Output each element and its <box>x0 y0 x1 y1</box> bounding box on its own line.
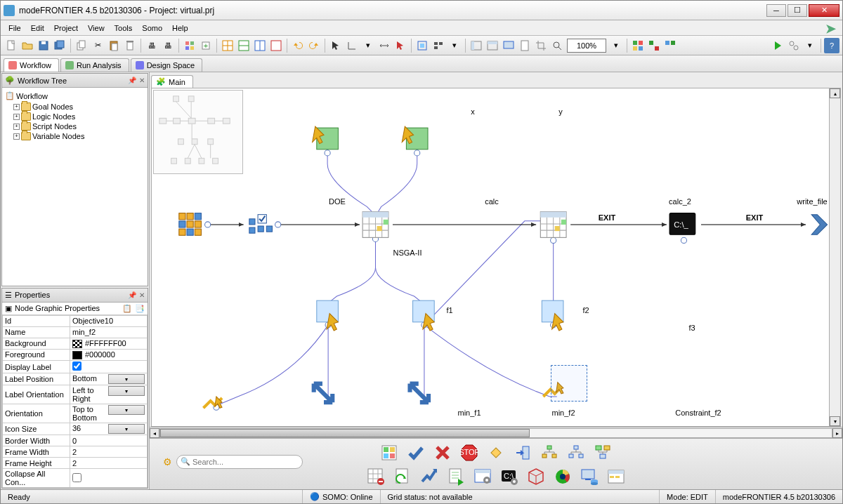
prop-orientation[interactable]: Top to Bottom▾ <box>70 404 148 423</box>
chevron-down-icon[interactable]: ▾ <box>108 424 145 434</box>
prop-name-value[interactable]: min_f2 <box>70 326 148 338</box>
grid-remove-icon[interactable] <box>365 467 386 486</box>
step-into-icon[interactable] <box>512 443 533 463</box>
settings-gear-icon[interactable]: ⚙ <box>163 456 172 467</box>
tree-variable-nodes[interactable]: +Variable Nodes <box>4 131 146 141</box>
palette3-icon[interactable] <box>662 38 678 53</box>
hierarchy3-icon[interactable] <box>592 443 613 463</box>
scroll-thumb[interactable] <box>160 429 530 437</box>
minimize-button[interactable]: ─ <box>766 4 786 17</box>
checkmark-blue-icon[interactable] <box>405 443 426 463</box>
hierarchy1-icon[interactable] <box>539 443 560 463</box>
grid-col-icon[interactable] <box>469 38 484 53</box>
chevron-down-icon[interactable]: ▾ <box>108 374 145 384</box>
zoom-input[interactable] <box>567 39 606 53</box>
table-red-icon[interactable] <box>268 38 284 53</box>
run-config-icon[interactable] <box>786 38 802 53</box>
zoom-icon[interactable] <box>549 38 565 53</box>
cube-red-icon[interactable] <box>525 467 547 486</box>
paste-icon[interactable] <box>106 38 122 53</box>
donut-chart-icon[interactable] <box>552 467 573 486</box>
menu-view[interactable]: View <box>83 22 110 34</box>
save-all-icon[interactable] <box>52 38 67 53</box>
prop-frame-width[interactable]: 2 <box>70 446 148 458</box>
redo-icon[interactable] <box>306 38 322 53</box>
tab-run-analysis[interactable]: Run Analysis <box>60 58 129 72</box>
doc-refresh-icon[interactable] <box>392 467 413 486</box>
window-toolbar-icon[interactable] <box>606 467 627 486</box>
chevron-down-icon[interactable]: ▾ <box>108 405 145 415</box>
print-layout-icon[interactable] <box>517 38 532 53</box>
prop-border-width[interactable]: 0 <box>70 435 148 446</box>
copy-icon[interactable] <box>74 38 89 53</box>
crop-icon[interactable] <box>533 38 549 53</box>
open-icon[interactable] <box>20 38 35 53</box>
tree-goal-nodes[interactable]: +Goal Nodes <box>4 102 146 112</box>
expander-icon[interactable]: + <box>13 133 20 140</box>
pointer-icon[interactable] <box>328 38 344 53</box>
save-icon[interactable] <box>36 38 51 53</box>
pin-icon[interactable]: 📌 <box>128 291 136 299</box>
scroll-up-icon[interactable]: ▴ <box>830 88 840 98</box>
prop-label-orientation[interactable]: Left to Right▾ <box>70 385 148 404</box>
hierarchy2-icon[interactable] <box>566 443 587 463</box>
help-icon[interactable]: ? <box>824 38 839 53</box>
vertical-scrollbar[interactable]: ▴ ▾ <box>829 88 840 426</box>
prop-frame-height[interactable]: 2 <box>70 458 148 469</box>
menu-help[interactable]: Help <box>167 22 193 34</box>
canvas-tab-main[interactable]: 🧩Main <box>151 75 193 88</box>
grid-move-icon[interactable] <box>414 38 430 53</box>
prop-label-position[interactable]: Bottom▾ <box>70 373 148 385</box>
prop-collapse-conn[interactable] <box>70 469 148 488</box>
collapse-conn-checkbox[interactable] <box>72 473 81 482</box>
menu-file[interactable]: File <box>4 22 26 34</box>
expander-icon[interactable]: + <box>13 124 20 130</box>
prop-id-value[interactable]: Objective10 <box>70 315 148 326</box>
tree-root[interactable]: 📋Workflow <box>4 91 146 102</box>
tree-script-nodes[interactable]: +Script Nodes <box>4 121 146 131</box>
panel-close-icon[interactable]: ✕ <box>139 291 145 299</box>
terminal-gear-icon[interactable]: C:\ <box>499 467 520 486</box>
canvas[interactable]: C:\_ x y DOE NSGA-II calc EXIT <box>151 88 841 427</box>
expander-icon[interactable]: + <box>13 114 20 120</box>
table-green-icon[interactable] <box>236 38 251 53</box>
axis-dd-icon[interactable]: ▾ <box>360 38 376 53</box>
diamond-icon[interactable] <box>485 443 507 463</box>
undo-icon[interactable] <box>290 38 306 53</box>
trend-arrow-icon[interactable] <box>419 467 440 486</box>
display-label-checkbox[interactable] <box>72 362 81 371</box>
expand-hz-icon[interactable] <box>377 38 392 53</box>
scroll-right-icon[interactable]: ▸ <box>832 428 842 438</box>
cut-icon[interactable]: ✂ <box>90 38 105 53</box>
node-add-icon[interactable]: + <box>198 38 214 53</box>
menu-tools[interactable]: Tools <box>110 22 138 34</box>
chevron-down-icon[interactable]: ▾ <box>108 386 145 396</box>
prop-icon-size[interactable]: 36▾ <box>70 423 148 435</box>
print-icon[interactable]: 🖶 <box>144 38 159 53</box>
zoom-dd-icon[interactable]: ▾ <box>608 38 624 53</box>
align-icon[interactable] <box>431 38 446 53</box>
prop-fg-value[interactable]: #000000 <box>70 349 148 360</box>
new-file-icon[interactable] <box>4 38 19 53</box>
maximize-button[interactable]: ☐ <box>788 4 807 17</box>
tree-logic-nodes[interactable]: +Logic Nodes <box>4 112 146 121</box>
panel-close-icon[interactable]: ✕ <box>139 77 145 84</box>
grid-row-icon[interactable] <box>485 38 500 53</box>
menu-project[interactable]: Project <box>49 22 83 34</box>
props-btn1-icon[interactable]: 📋 <box>122 304 132 313</box>
search-input[interactable] <box>176 455 303 469</box>
table-blue-icon[interactable] <box>252 38 268 53</box>
scroll-left-icon[interactable]: ◂ <box>150 428 159 438</box>
stop-icon[interactable]: STOP <box>459 443 480 463</box>
print-preview-icon[interactable]: 🖶 <box>160 38 176 53</box>
workflow-tree[interactable]: 📋Workflow +Goal Nodes +Logic Nodes +Scri… <box>2 88 148 286</box>
screen-icon[interactable] <box>501 38 516 53</box>
monitor-db-icon[interactable] <box>579 467 600 486</box>
tab-design-space[interactable]: Design Space <box>131 58 203 72</box>
pin-icon[interactable]: 📌 <box>128 77 136 84</box>
cancel-red-icon[interactable] <box>432 443 453 463</box>
collapse-icon[interactable]: ▣ <box>5 304 12 313</box>
window-gear-icon[interactable] <box>472 467 493 486</box>
align-dd-icon[interactable]: ▾ <box>447 38 462 53</box>
props-btn2-icon[interactable]: 📑 <box>135 304 145 313</box>
